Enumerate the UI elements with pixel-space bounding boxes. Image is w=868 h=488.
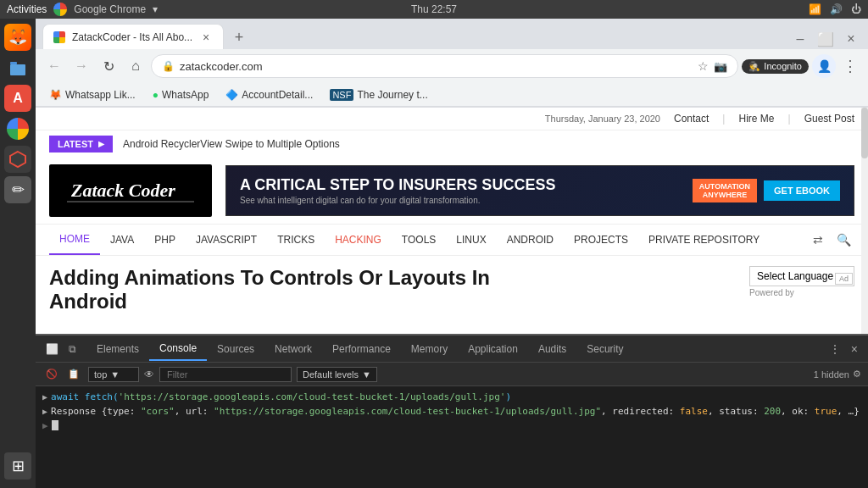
console-eye-icon[interactable]: 👁 [144, 369, 154, 380]
bookmark-whatsapp-like[interactable]: 🦊 Whatsapp Lik... [42, 87, 142, 103]
console-right: 1 hidden ⚙ [814, 369, 861, 380]
console-context-select[interactable]: top ▼ [88, 367, 139, 382]
latest-article[interactable]: Android RecyclerView Swipe to Multiple O… [123, 138, 340, 150]
bookmark-journey[interactable]: NSF The Journey t... [323, 87, 434, 103]
activities-btn[interactable]: Activities [7, 3, 47, 15]
console-levels-select[interactable]: Default levels ▼ [297, 367, 377, 382]
power-icon: ⏻ [851, 3, 861, 15]
console-cursor[interactable] [52, 420, 58, 430]
devtools-left-icons: ⬜ ⧉ [42, 340, 80, 358]
nav-item-tricks[interactable]: TRICKS [267, 225, 325, 254]
devtools-tab-console[interactable]: Console [149, 337, 207, 361]
bookmark-whatsapp[interactable]: ● WhatsApp [146, 87, 216, 103]
nav-item-android[interactable]: ANDROID [497, 225, 564, 254]
bookmark-label-2: AccountDetail... [242, 89, 313, 101]
devtools-tab-application[interactable]: Application [458, 338, 528, 360]
log-prefix-1: await fetch( [51, 391, 118, 402]
ad-content: A CRITICAL STEP TO INSURERS SUCCESS See … [240, 176, 555, 205]
svg-rect-1 [10, 64, 25, 75]
forward-btn[interactable]: → [70, 54, 93, 78]
nav-item-tools[interactable]: TOOLS [392, 225, 446, 254]
nav-item-hacking[interactable]: HACKING [325, 225, 392, 254]
app-dropdown-icon[interactable]: ▾ [153, 3, 158, 15]
get-ebook-btn[interactable]: GET EBOOK [764, 180, 840, 201]
bookmark-label-3: The Journey t... [357, 89, 427, 101]
shuffle-icon[interactable]: ⇄ [810, 226, 826, 253]
nav-item-home[interactable]: HOME [49, 225, 100, 255]
close-btn[interactable]: × [841, 29, 861, 49]
sidebar-item-a[interactable]: A [4, 85, 31, 112]
log-content-1: await fetch('https://storage.googleapis.… [51, 391, 511, 402]
devtools-close-icon[interactable]: × [848, 339, 861, 359]
app-name: Google Chrome [74, 3, 146, 15]
console-toolbar: 🚫 📋 top ▼ 👁 Default levels ▼ 1 hidden ⚙ [36, 363, 868, 386]
tab-title: ZatackCoder - Its All Abo... [72, 31, 192, 43]
browser-tab-active[interactable]: ZatackCoder - Its All Abo... × [42, 24, 224, 49]
sidebar-item-firefox[interactable]: 🦊 [4, 24, 31, 51]
maximize-btn[interactable]: ⬜ [815, 29, 836, 49]
browser-menu-btn[interactable]: ⋮ [839, 53, 861, 79]
profile-btn[interactable]: 👤 [812, 54, 836, 78]
nav-item-java[interactable]: JAVA [100, 225, 144, 254]
refresh-btn[interactable]: ↻ [97, 54, 120, 78]
back-btn[interactable]: ← [42, 54, 66, 78]
sidebar-item-edit[interactable]: ✏ [4, 176, 31, 203]
nav-item-projects[interactable]: PROJECTS [564, 225, 638, 254]
devtools-toolbar: ⬜ ⧉ Elements Console Sources Network Per… [36, 336, 868, 363]
ad-banner[interactable]: A CRITICAL STEP TO INSURERS SUCCESS See … [225, 165, 854, 216]
home-btn[interactable]: ⌂ [124, 54, 147, 78]
url-bar[interactable]: 🔒 zatackcoder.com ☆ 📷 [151, 54, 738, 78]
console-settings-icon[interactable]: ⚙ [853, 369, 861, 380]
devtools-tab-memory[interactable]: Memory [401, 338, 458, 360]
ad-logo-right: AUTOMATIONANYWHERE GET EBOOK [693, 179, 840, 202]
new-tab-btn[interactable]: + [227, 25, 251, 49]
sidebar-item-grid[interactable]: ⊞ [4, 452, 31, 480]
latest-bar: LATEST Android RecyclerView Swipe to Mul… [36, 130, 868, 158]
sidebar-item-hex[interactable] [4, 146, 31, 173]
lock-icon: 🔒 [162, 60, 175, 72]
hire-me-link[interactable]: Hire Me [738, 113, 774, 125]
devtools-tab-sources[interactable]: Sources [207, 338, 264, 360]
logo-ad-row: Zatack Coder A CRITICAL STEP TO INSURERS… [36, 158, 868, 224]
console-line-2: ▶ Response {type: "cors", url: "https://… [42, 404, 861, 419]
nav-item-php[interactable]: PHP [144, 225, 186, 254]
log-arrow-2[interactable]: ▶ [42, 407, 47, 416]
tab-close-btn[interactable]: × [199, 30, 213, 44]
sidebar-item-files[interactable] [4, 54, 31, 81]
camera-icon[interactable]: 📷 [714, 60, 727, 73]
devtools-tab-performance[interactable]: Performance [322, 338, 401, 360]
page-scrollbar[interactable] [861, 108, 868, 334]
console-line-1: ▶ await fetch('https://storage.googleapi… [42, 390, 861, 404]
levels-label: Default levels [303, 369, 359, 380]
sidebar-item-chrome[interactable] [4, 115, 31, 142]
contact-link[interactable]: Contact [674, 113, 709, 125]
devtools-panel: ⬜ ⧉ Elements Console Sources Network Per… [36, 334, 868, 488]
console-filter-input[interactable] [159, 367, 292, 382]
page-title: Adding Animations To Controls Or Layouts… [49, 266, 558, 313]
bookmark-star-icon[interactable]: ☆ [698, 59, 709, 73]
devtools-tab-network[interactable]: Network [264, 338, 322, 360]
minimize-btn[interactable]: – [790, 29, 810, 49]
site-logo[interactable]: Zatack Coder [49, 164, 212, 217]
devtools-dock-icon[interactable]: ⬜ [42, 340, 62, 358]
devtools-tab-audits[interactable]: Audits [528, 338, 576, 360]
log-arrow-1[interactable]: ▶ [42, 392, 47, 402]
address-bar-right: 🕵 Incognito 👤 ⋮ [742, 53, 861, 79]
nav-item-private-repository[interactable]: PRIVATE REPOSITORY [638, 225, 770, 254]
console-preserve-icon[interactable]: 📋 [64, 367, 83, 381]
nav-item-linux[interactable]: LINUX [446, 225, 496, 254]
console-line-3-prompt: ▶ [42, 419, 861, 433]
ad-main-text: A CRITICAL STEP TO INSURERS SUCCESS [240, 176, 555, 194]
scrollbar-thumb[interactable] [861, 108, 868, 158]
automation-logo: AUTOMATIONANYWHERE [693, 179, 757, 202]
nav-item-javascript[interactable]: JAVASCRIPT [186, 225, 267, 254]
guest-post-link[interactable]: Guest Post [804, 113, 854, 125]
page-content: Thursday, January 23, 2020 Contact | Hir… [36, 108, 868, 334]
devtools-settings-icon[interactable]: ⋮ [826, 339, 844, 359]
console-clear-icon[interactable]: 🚫 [42, 367, 61, 381]
devtools-tab-elements[interactable]: Elements [86, 338, 149, 360]
bookmark-account[interactable]: 🔷 AccountDetail... [219, 87, 320, 103]
devtools-tab-security[interactable]: Security [576, 338, 633, 360]
search-icon[interactable]: 🔍 [833, 226, 854, 253]
devtools-detach-icon[interactable]: ⧉ [65, 340, 80, 358]
